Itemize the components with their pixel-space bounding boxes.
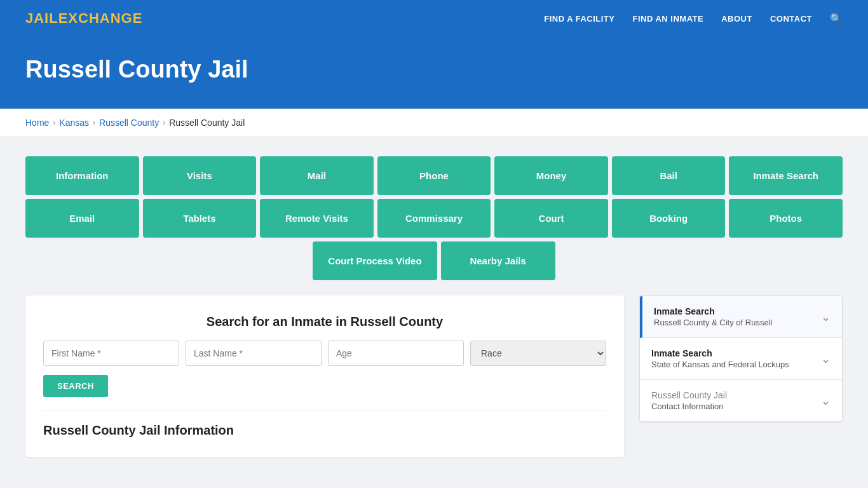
search-fields: Race White Black Hispanic Asian Other bbox=[43, 341, 606, 366]
nav-find-inmate[interactable]: FIND AN INMATE bbox=[632, 14, 703, 24]
hero-banner: Russell County Jail bbox=[0, 37, 868, 109]
age-input[interactable] bbox=[328, 341, 464, 366]
btn-visits[interactable]: Visits bbox=[143, 156, 257, 195]
nav-buttons-row3: Court Process Video Nearby Jails bbox=[25, 241, 843, 280]
last-name-input[interactable] bbox=[186, 341, 322, 366]
breadcrumb: Home › Kansas › Russell County › Russell… bbox=[25, 118, 843, 128]
nav-about[interactable]: ABOUT bbox=[721, 14, 752, 24]
btn-inmate-search[interactable]: Inmate Search bbox=[729, 156, 843, 195]
sidebar-item-inmate-search[interactable]: Inmate Search Russell County & City of R… bbox=[640, 296, 842, 338]
nav-find-facility[interactable]: FIND A FACILITY bbox=[544, 14, 614, 24]
sidebar-sub-2: Contact Information bbox=[651, 402, 727, 411]
breadcrumb-sep-2: › bbox=[93, 118, 95, 127]
nav-buttons-row2: Email Tablets Remote Visits Commissary C… bbox=[25, 199, 843, 238]
nav-buttons-row1: Information Visits Mail Phone Money Bail… bbox=[25, 156, 843, 195]
breadcrumb-kansas[interactable]: Kansas bbox=[59, 118, 89, 128]
btn-email[interactable]: Email bbox=[25, 199, 139, 238]
btn-court[interactable]: Court bbox=[494, 199, 608, 238]
nav-contact[interactable]: CONTACT bbox=[770, 14, 812, 24]
inmate-search-title: Search for an Inmate in Russell County bbox=[43, 315, 606, 329]
btn-information[interactable]: Information bbox=[25, 156, 139, 195]
sidebar-label-2: Russell County Jail bbox=[651, 390, 727, 400]
btn-mail[interactable]: Mail bbox=[260, 156, 374, 195]
first-name-input[interactable] bbox=[43, 341, 179, 366]
chevron-down-icon-0: ⌄ bbox=[821, 310, 831, 324]
header: JAILEXCHANGE FIND A FACILITY FIND AN INM… bbox=[0, 0, 868, 37]
search-button[interactable]: SEARCH bbox=[43, 375, 108, 397]
page-title: Russell County Jail bbox=[25, 56, 843, 83]
sidebar-sub-0: Russell County & City of Russell bbox=[654, 318, 772, 327]
breadcrumb-sep-3: › bbox=[163, 118, 165, 127]
main-nav: FIND A FACILITY FIND AN INMATE ABOUT CON… bbox=[544, 13, 843, 25]
info-section: Russell County Jail Information bbox=[43, 410, 606, 438]
content-area: Search for an Inmate in Russell County R… bbox=[25, 295, 843, 457]
chevron-down-icon-2: ⌄ bbox=[821, 394, 831, 408]
breadcrumb-current: Russell County Jail bbox=[169, 118, 245, 128]
btn-money[interactable]: Money bbox=[494, 156, 608, 195]
breadcrumb-sep-1: › bbox=[53, 118, 55, 127]
sidebar-label-0: Inmate Search bbox=[654, 306, 772, 316]
right-sidebar: Inmate Search Russell County & City of R… bbox=[639, 295, 843, 422]
info-section-title: Russell County Jail Information bbox=[43, 423, 606, 438]
btn-remote-visits[interactable]: Remote Visits bbox=[260, 199, 374, 238]
btn-phone[interactable]: Phone bbox=[377, 156, 491, 195]
race-select[interactable]: Race White Black Hispanic Asian Other bbox=[470, 341, 606, 366]
btn-tablets[interactable]: Tablets bbox=[143, 199, 257, 238]
breadcrumb-home[interactable]: Home bbox=[25, 118, 49, 128]
btn-booking[interactable]: Booking bbox=[612, 199, 726, 238]
btn-commissary[interactable]: Commissary bbox=[377, 199, 491, 238]
breadcrumb-bar: Home › Kansas › Russell County › Russell… bbox=[0, 109, 868, 137]
main-content: Information Visits Mail Phone Money Bail… bbox=[0, 137, 868, 476]
left-panel: Search for an Inmate in Russell County R… bbox=[25, 295, 624, 457]
sidebar-item-inmate-search-state[interactable]: Inmate Search State of Kansas and Federa… bbox=[640, 338, 842, 380]
logo[interactable]: JAILEXCHANGE bbox=[25, 10, 142, 27]
sidebar-sub-1: State of Kansas and Federal Lockups bbox=[651, 360, 789, 369]
logo-exchange: EXCHANGE bbox=[58, 10, 143, 26]
logo-jail: JAIL bbox=[25, 10, 58, 26]
btn-bail[interactable]: Bail bbox=[612, 156, 726, 195]
search-icon[interactable]: 🔍 bbox=[830, 13, 843, 25]
btn-court-video[interactable]: Court Process Video bbox=[313, 241, 437, 280]
sidebar-label-1: Inmate Search bbox=[651, 348, 789, 358]
btn-nearby-jails[interactable]: Nearby Jails bbox=[441, 241, 555, 280]
chevron-down-icon-1: ⌄ bbox=[821, 352, 831, 366]
sidebar-item-contact-info[interactable]: Russell County Jail Contact Information … bbox=[640, 380, 842, 421]
breadcrumb-russell-county[interactable]: Russell County bbox=[99, 118, 159, 128]
btn-photos[interactable]: Photos bbox=[729, 199, 843, 238]
